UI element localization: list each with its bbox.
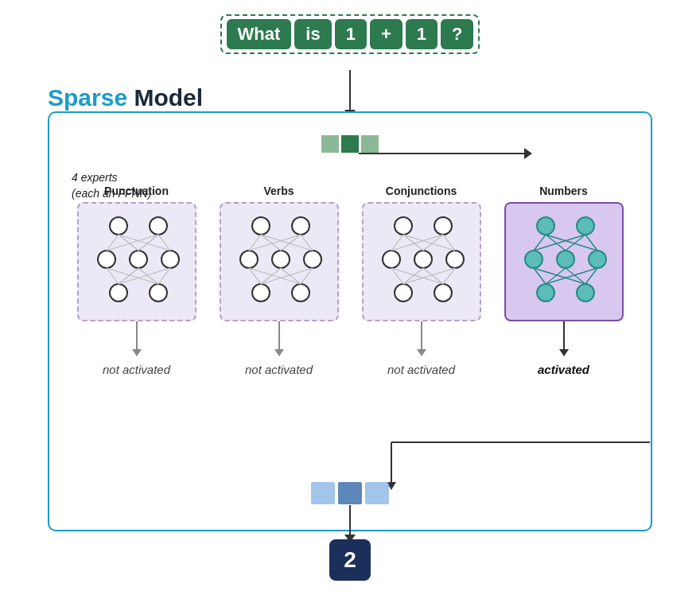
svg-point-2	[98, 251, 115, 268]
svg-line-46	[403, 235, 423, 251]
expert-verbs: Verbs	[216, 185, 343, 376]
svg-point-39	[434, 217, 452, 235]
svg-line-49	[423, 235, 443, 251]
svg-point-42	[446, 251, 464, 268]
token-is: is	[294, 19, 331, 49]
svg-point-20	[292, 217, 309, 235]
status-verbs: not activated	[245, 363, 313, 376]
svg-point-4	[161, 251, 179, 268]
svg-line-13	[107, 268, 119, 284]
out-sq-1	[311, 482, 335, 504]
svg-line-29	[249, 235, 301, 251]
svg-line-37	[301, 268, 313, 284]
svg-line-72	[546, 268, 566, 284]
router-sq-3	[361, 135, 379, 153]
token-1a: 1	[335, 19, 367, 49]
svg-line-71	[534, 268, 585, 284]
status-conjunctions: not activated	[387, 363, 455, 376]
svg-line-68	[566, 235, 585, 251]
svg-line-47	[403, 235, 455, 251]
svg-line-52	[391, 268, 443, 284]
title-model: Model	[127, 84, 203, 111]
svg-point-44	[434, 284, 452, 301]
svg-line-54	[423, 268, 443, 284]
svg-line-51	[391, 268, 403, 284]
expert-punctuation: Punctuation	[73, 185, 200, 376]
experts-row: Punctuation	[65, 185, 635, 376]
expert-numbers-box	[504, 202, 624, 321]
svg-point-19	[252, 217, 270, 235]
svg-point-58	[577, 217, 594, 235]
status-punctuation: not activated	[103, 363, 170, 376]
arrow-router-to-numbers	[359, 153, 526, 154]
svg-line-9	[119, 235, 170, 251]
svg-line-11	[138, 235, 158, 251]
status-numbers-text: activated	[538, 363, 589, 376]
svg-point-22	[272, 251, 290, 268]
expert-conjunctions-label: Conjunctions	[386, 185, 457, 197]
svg-point-60	[557, 251, 574, 268]
svg-line-45	[391, 235, 403, 251]
svg-point-38	[395, 217, 412, 235]
svg-point-0	[110, 217, 127, 235]
svg-line-65	[546, 235, 566, 251]
experts-count: 4 experts	[72, 171, 118, 184]
svg-line-26	[249, 235, 261, 251]
expert-punctuation-label: Punctuation	[104, 185, 169, 197]
svg-line-14	[107, 268, 158, 284]
svg-line-8	[119, 235, 138, 251]
token-what: What	[227, 19, 292, 49]
svg-line-31	[301, 235, 313, 251]
arrow-punctuation	[136, 321, 138, 350]
svg-point-40	[383, 251, 400, 268]
out-sq-2	[338, 482, 362, 504]
svg-line-17	[119, 268, 170, 284]
svg-point-24	[252, 284, 270, 301]
token-row: What is 1 + 1 ?	[0, 14, 700, 54]
svg-point-5	[110, 284, 127, 301]
svg-line-56	[443, 268, 455, 284]
output-number-container: 2	[329, 533, 371, 581]
expert-conjunctions-box	[362, 202, 481, 321]
expert-verbs-box	[220, 202, 339, 321]
arrow-conjunctions	[421, 321, 422, 350]
svg-line-34	[261, 268, 281, 284]
svg-line-36	[261, 268, 313, 284]
title-sparse: Sparse	[48, 84, 127, 111]
nn-svg-numbers	[514, 212, 617, 307]
svg-point-59	[525, 251, 542, 268]
nn-svg-conjunctions	[371, 212, 475, 307]
router-sq-1	[321, 135, 339, 153]
svg-point-23	[304, 251, 321, 268]
svg-point-41	[414, 251, 432, 268]
arrow-verbs	[278, 321, 280, 350]
nn-svg-verbs	[229, 212, 332, 307]
svg-line-50	[443, 235, 455, 251]
output-number: 2	[329, 539, 371, 581]
token-plus: +	[370, 19, 402, 49]
router-embedding	[321, 135, 379, 153]
svg-line-66	[546, 235, 597, 251]
svg-line-18	[158, 268, 170, 284]
svg-line-10	[107, 235, 158, 251]
token-border: What is 1 + 1 ?	[220, 14, 480, 54]
svg-point-61	[589, 251, 606, 268]
token-q: ?	[441, 19, 473, 49]
svg-line-28	[261, 235, 313, 251]
svg-point-57	[537, 217, 554, 235]
expert-punctuation-box	[77, 202, 196, 321]
svg-point-1	[150, 217, 167, 235]
token-1b: 1	[406, 19, 438, 49]
svg-line-32	[249, 268, 261, 284]
nn-svg-punctuation	[87, 212, 190, 307]
expert-numbers: Numbers	[500, 185, 628, 376]
router-sq-2	[341, 135, 359, 153]
svg-line-16	[138, 268, 158, 284]
svg-line-30	[281, 235, 301, 251]
status-numbers: activated	[538, 363, 589, 376]
svg-point-3	[130, 251, 147, 268]
svg-point-63	[577, 284, 594, 301]
svg-point-21	[240, 251, 258, 268]
svg-line-15	[119, 268, 138, 284]
page-title: Sparse Model	[48, 84, 203, 111]
